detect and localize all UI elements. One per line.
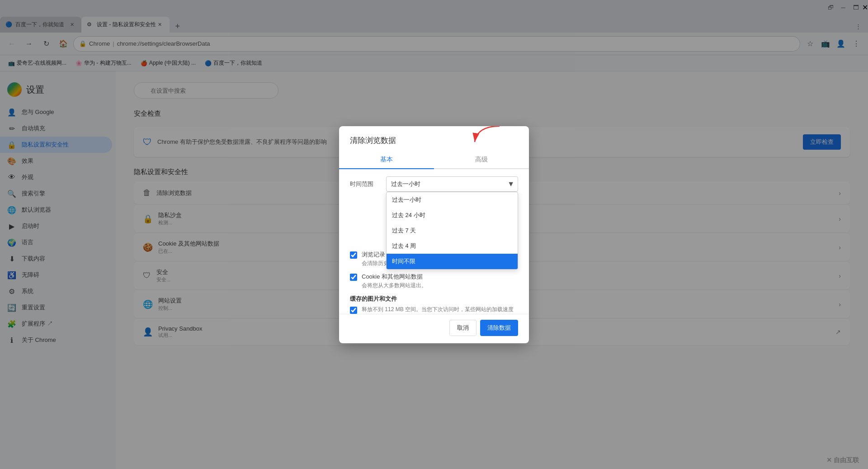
checkbox-cookies[interactable] [350, 274, 357, 281]
time-range-label: 时间范围 [350, 180, 386, 188]
checkbox-label-cookies: Cookie 和其他网站数据 会将您从大多数网站退出。 [362, 273, 427, 289]
checkbox-history[interactable] [350, 251, 357, 259]
time-range-value: 过去一小时 [391, 180, 420, 188]
checkbox-cookies-label: Cookie 和其他网站数据 [362, 273, 427, 281]
checkbox-cached-sub: 释放不到 112 MB 空间。当您下次访问时，某些网站的加载速度可能会更慢。 [362, 306, 518, 314]
dropdown-item-7d[interactable]: 过去 7 天 [387, 223, 518, 238]
time-range-select-display[interactable]: 过去一小时 [386, 176, 518, 192]
dropdown-item-24h[interactable]: 过去 24 小时 [387, 208, 518, 223]
dropdown-item-1h[interactable]: 过去一小时 [387, 192, 518, 208]
time-range-select-wrap: 过去一小时 ▼ 过去一小时 过去 24 小时 过去 7 天 过去 4 周 时间不… [386, 176, 518, 192]
dialog-body: 时间范围 过去一小时 ▼ 过去一小时 过去 24 小时 过去 7 天 过去 4 … [339, 169, 529, 314]
checkbox-row-cookies: Cookie 和其他网站数据 会将您从大多数网站退出。 [350, 273, 518, 289]
dropdown-item-all[interactable]: 时间不限 [387, 254, 518, 269]
cancel-button[interactable]: 取消 [449, 320, 476, 336]
dialog-footer: 取消 清除数据 [339, 314, 529, 343]
time-range-dropdown: 过去一小时 过去 24 小时 过去 7 天 过去 4 周 时间不限 [386, 192, 518, 270]
dialog-tab-advanced[interactable]: 高级 [434, 151, 529, 168]
clear-data-button[interactable]: 清除数据 [480, 320, 518, 336]
checkbox-row-cached: 释放不到 112 MB 空间。当您下次访问时，某些网站的加载速度可能会更慢。 [350, 306, 518, 314]
dialog-tabs: 基本 高级 [339, 151, 529, 169]
clear-browser-data-dialog: 清除浏览数据 基本 高级 时间范围 过去一小时 ▼ 过去一小时 过去 24 小时… [339, 126, 529, 343]
dropdown-item-4w[interactable]: 过去 4 周 [387, 238, 518, 254]
cached-section-header: 缓存的图片和文件 [350, 295, 518, 303]
dialog-tab-basic[interactable]: 基本 [339, 151, 434, 168]
dialog-title: 清除浏览数据 [339, 126, 529, 146]
checkbox-cached[interactable] [350, 307, 357, 314]
time-range-row: 时间范围 过去一小时 ▼ 过去一小时 过去 24 小时 过去 7 天 过去 4 … [350, 176, 518, 192]
checkbox-label-cached: 释放不到 112 MB 空间。当您下次访问时，某些网站的加载速度可能会更慢。 [362, 306, 518, 314]
checkbox-cookies-sub: 会将您从大多数网站退出。 [362, 282, 427, 289]
watermark: ✕ 自由互联 [826, 456, 859, 464]
